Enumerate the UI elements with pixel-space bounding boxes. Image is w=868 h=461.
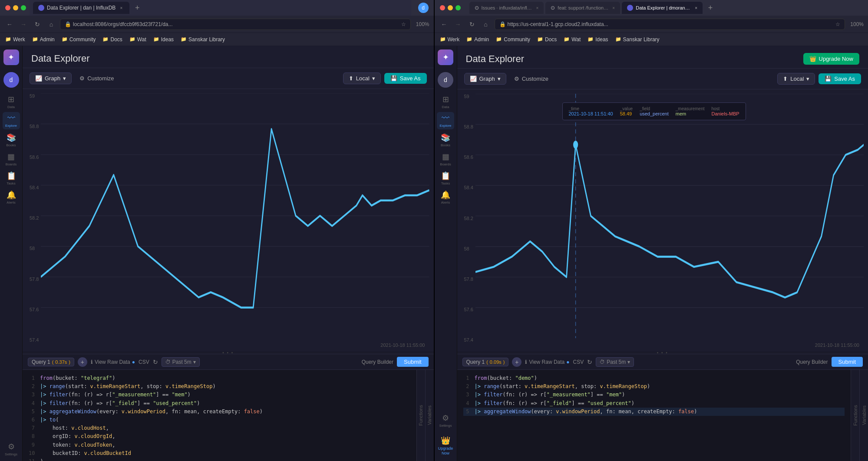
right-refresh-button[interactable]: ↻ [587, 359, 592, 366]
tab-close-icon[interactable]: × [118, 5, 124, 11]
right-sidebar-item-boards[interactable]: ▦ Boards [437, 150, 454, 168]
right-query-builder-button[interactable]: Query Builder [796, 359, 828, 365]
tab-issues-close[interactable]: × [536, 6, 539, 10]
right-variables-panel[interactable]: Variables [859, 370, 868, 461]
right-bookmark-ideas[interactable]: 📁Ideas [587, 36, 608, 43]
maximize-button[interactable] [21, 5, 26, 10]
upgrade-now-button[interactable]: 👑 UpgradeNow [438, 436, 453, 456]
right-close-button[interactable] [440, 5, 445, 10]
right-star-icon[interactable]: ☆ [835, 21, 840, 27]
right-view-raw-button[interactable]: ℹ View Raw Data ● [525, 359, 569, 365]
right-new-tab-button[interactable]: + [704, 2, 716, 14]
bookmark-community[interactable]: 📁Community [62, 36, 96, 43]
right-maximize-button[interactable] [455, 5, 461, 10]
profile-avatar[interactable]: d [418, 3, 429, 13]
right-back-button[interactable]: ← [439, 19, 449, 30]
right-time-range-button[interactable]: ⏱ Past 5m ▾ [596, 357, 634, 367]
tab-data-explorer-close[interactable]: × [695, 6, 697, 10]
tab-feat-close[interactable]: × [612, 6, 615, 10]
right-query-tag[interactable]: Query 1 ( 0.09s ) [462, 358, 509, 366]
right-sidebar-explore-label: Explore [439, 124, 451, 128]
home-button[interactable]: ⌂ [46, 19, 56, 30]
query-timing-close: ) [69, 359, 70, 365]
user-avatar[interactable]: d [3, 72, 19, 88]
right-bookmark-sanskar[interactable]: 📁Sanskar Library [615, 36, 660, 43]
bookmark-docs[interactable]: 📁Docs [102, 36, 122, 43]
view-raw-button[interactable]: ℹ View Raw Data ● [91, 359, 135, 365]
right-reload-button[interactable]: ↻ [467, 19, 477, 30]
sidebar-item-alerts[interactable]: 🔔 Alerts [3, 188, 20, 206]
time-range-button[interactable]: ⏱ Past 5m ▾ [162, 357, 200, 367]
right-save-as-button[interactable]: 💾 Save As [818, 73, 861, 84]
traffic-lights[interactable] [5, 5, 26, 10]
back-button[interactable]: ← [4, 19, 15, 30]
right-customize-button[interactable]: ⚙ Customize [511, 73, 552, 84]
right-local-button[interactable]: ⬆ Local ▾ [777, 73, 815, 85]
active-tab[interactable]: Data Explorer | dan | InfluxDB × [33, 2, 129, 14]
graph-type-button[interactable]: 📈 Graph ▾ [30, 72, 72, 84]
right-sidebar-item-explore[interactable]: 〰 Explore [437, 112, 454, 129]
bookmark-werk[interactable]: 📁Werk [5, 36, 25, 43]
tab-data-explorer[interactable]: Data Explorer | dmoran@influx... × [622, 2, 703, 14]
tab-issues[interactable]: ⊙ Issues · influxdata/influxdb × [469, 2, 544, 14]
csv-button[interactable]: CSV [139, 359, 149, 365]
new-tab-button[interactable]: + [131, 2, 143, 14]
right-functions-panel[interactable]: Functions [851, 370, 859, 461]
add-query-button[interactable]: + [78, 357, 87, 367]
right-forward-button[interactable]: → [453, 19, 463, 30]
right-url-text: https://us-central1-1.gcp.cloud2.influxd… [508, 21, 608, 27]
code-editor[interactable]: 1 from(bucket: "telegraf") 2 |> range(st… [23, 370, 434, 461]
bookmark-ideas[interactable]: 📁Ideas [153, 36, 174, 43]
right-sidebar-item-alerts[interactable]: 🔔 Alerts [437, 188, 454, 206]
local-button[interactable]: ⬆ Local ▾ [343, 72, 381, 84]
right-bookmark-werk[interactable]: 📁Werk [440, 36, 460, 43]
right-sidebar-item-settings[interactable]: ⚙ Settings [437, 412, 454, 429]
right-submit-button[interactable]: Submit [832, 357, 863, 367]
save-icon: 💾 [390, 75, 397, 82]
sidebar-item-explore[interactable]: 〰 Explore [3, 112, 20, 129]
right-add-query-button[interactable]: + [512, 357, 521, 367]
right-bookmark-docs[interactable]: 📁Docs [537, 36, 557, 43]
variables-panel[interactable]: Variables [425, 370, 434, 461]
right-customize-icon: ⚙ [514, 76, 519, 82]
bookmark-sanskar[interactable]: 📁Sanskar Library [181, 36, 225, 43]
right-sidebar-item-data[interactable]: ⊞ Data [437, 93, 454, 110]
save-as-button[interactable]: 💾 Save As [384, 73, 427, 84]
right-csv-button[interactable]: CSV [573, 359, 584, 365]
right-bookmark-community[interactable]: 📁Community [496, 36, 530, 43]
right-sidebar-alerts-label: Alerts [441, 201, 450, 204]
address-bar[interactable]: 🔒 localhost:8086/orgs/dfccb9f63d23f721/d… [60, 19, 411, 30]
right-chart-plot[interactable]: _time 2021-10-18 11:51:40 _value 58.49 _… [475, 94, 864, 338]
right-sidebar-item-tasks[interactable]: 📋 Tasks [437, 169, 454, 187]
tab-feat[interactable]: ⊙ feat: support /functions endp... × [545, 2, 620, 14]
sidebar-item-tasks[interactable]: 📋 Tasks [3, 169, 20, 187]
bookmark-admin[interactable]: 📁Admin [32, 36, 55, 43]
sidebar-item-books[interactable]: 📚 Books [3, 131, 20, 148]
right-bookmark-admin[interactable]: 📁Admin [466, 36, 489, 43]
timerange-chevron-icon: ▾ [193, 359, 196, 365]
submit-button[interactable]: Submit [397, 357, 428, 367]
sidebar-item-boards[interactable]: ▦ Boards [3, 150, 20, 168]
right-user-avatar[interactable]: d [438, 72, 453, 88]
right-home-button[interactable]: ⌂ [481, 19, 491, 30]
close-button[interactable] [5, 5, 10, 10]
reload-button[interactable]: ↻ [32, 19, 43, 30]
query-tag[interactable]: Query 1 ( 0.37s ) [28, 358, 74, 366]
query-builder-button[interactable]: Query Builder [362, 359, 393, 365]
refresh-button[interactable]: ↻ [153, 359, 158, 366]
right-code-editor[interactable]: 1 from(bucket: "demo") 2 |> range(start:… [457, 370, 851, 461]
customize-button[interactable]: ⚙ Customize [76, 73, 117, 84]
star-icon[interactable]: ☆ [401, 21, 406, 27]
right-address-bar[interactable]: 🔒 https://us-central1-1.gcp.cloud2.influ… [495, 19, 845, 30]
right-minimize-button[interactable] [448, 5, 453, 10]
forward-button[interactable]: → [18, 19, 29, 30]
upgrade-now-top-button[interactable]: 👑 Upgrade Now [803, 53, 860, 65]
sidebar-item-settings[interactable]: ⚙ Settings [3, 440, 20, 458]
sidebar-item-data[interactable]: ⊞ Data [3, 93, 20, 110]
functions-panel[interactable]: Functions [416, 370, 425, 461]
right-bookmark-wat[interactable]: 📁Wat [564, 36, 581, 43]
bookmark-wat[interactable]: 📁Wat [129, 36, 146, 43]
right-sidebar-item-books[interactable]: 📚 Books [437, 131, 454, 148]
minimize-button[interactable] [13, 5, 18, 10]
right-graph-type-button[interactable]: 📈 Graph ▾ [464, 73, 506, 85]
